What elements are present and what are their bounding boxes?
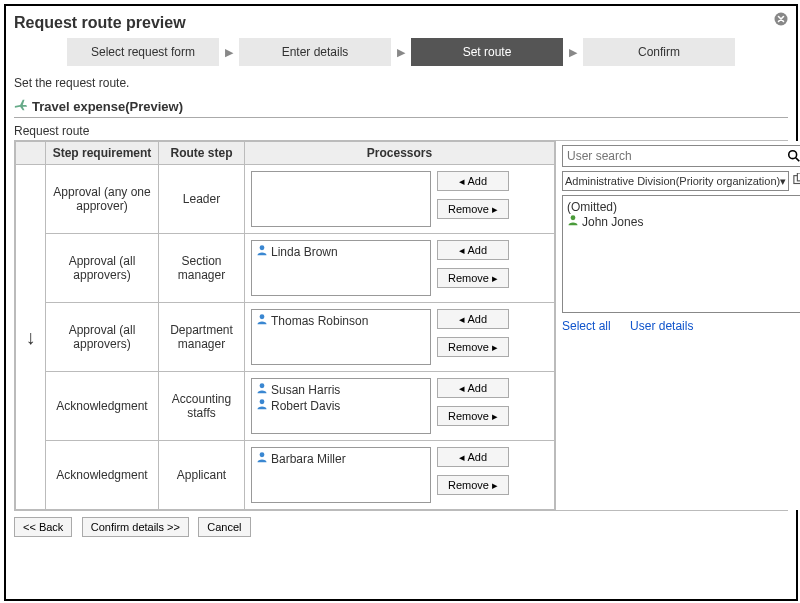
user-list-item[interactable]: John Jones xyxy=(567,214,800,230)
down-arrow-icon: ↓ xyxy=(26,326,36,348)
add-button[interactable]: ◂ Add xyxy=(437,378,509,398)
chevron-right-icon: ▶ xyxy=(219,46,239,59)
processor-box[interactable]: Barbara Miller xyxy=(251,447,431,503)
add-button[interactable]: ◂ Add xyxy=(437,447,509,467)
svg-point-10 xyxy=(571,215,576,220)
route-table: Step requirement Route step Processors ↓… xyxy=(15,141,555,510)
processor-box[interactable] xyxy=(251,171,431,227)
processors-cell: Susan HarrisRobert Davis◂ AddRemove ▸ xyxy=(245,372,555,441)
processor-box[interactable]: Susan HarrisRobert Davis xyxy=(251,378,431,434)
step-requirement: Acknowledgment xyxy=(46,441,159,510)
org-select[interactable]: Administrative Division(Priority organiz… xyxy=(562,171,789,191)
user-icon xyxy=(256,398,268,414)
step-requirement: Approval (any one approver) xyxy=(46,165,159,234)
cancel-button[interactable]: Cancel xyxy=(198,517,250,537)
table-row: AcknowledgmentAccounting staffsSusan Har… xyxy=(16,372,555,441)
add-button[interactable]: ◂ Add xyxy=(437,240,509,260)
chevron-right-icon: ▶ xyxy=(563,46,583,59)
processor-box[interactable]: Thomas Robinson xyxy=(251,309,431,365)
wizard-step[interactable]: Enter details xyxy=(239,38,391,66)
processor-name: Barbara Miller xyxy=(271,451,346,467)
plane-icon xyxy=(14,98,30,115)
instruction-text: Set the request route. xyxy=(14,76,788,90)
route-step-header: Route step xyxy=(159,142,245,165)
add-button[interactable]: ◂ Add xyxy=(437,309,509,329)
flow-arrow-cell: ↓ xyxy=(16,165,46,510)
processors-header: Processors xyxy=(245,142,555,165)
footer-buttons: << Back Confirm details >> Cancel xyxy=(14,517,788,537)
remove-button[interactable]: Remove ▸ xyxy=(437,406,509,426)
svg-point-3 xyxy=(260,383,265,388)
processor-entry[interactable]: Thomas Robinson xyxy=(256,313,426,329)
chevron-right-icon: ▶ xyxy=(391,46,411,59)
wizard-steps: Select request form▶Enter details▶Set ro… xyxy=(14,38,788,66)
processor-box[interactable]: Linda Brown xyxy=(251,240,431,296)
confirm-details-button[interactable]: Confirm details >> xyxy=(82,517,189,537)
route-step: Accounting staffs xyxy=(159,372,245,441)
svg-point-1 xyxy=(260,245,265,250)
user-icon xyxy=(256,313,268,329)
step-req-header: Step requirement xyxy=(46,142,159,165)
svg-point-5 xyxy=(260,452,265,457)
back-button[interactable]: << Back xyxy=(14,517,72,537)
search-icon[interactable] xyxy=(782,149,800,163)
step-requirement: Acknowledgment xyxy=(46,372,159,441)
processor-entry[interactable]: Susan Harris xyxy=(256,382,426,398)
processor-name: Linda Brown xyxy=(271,244,338,260)
add-button[interactable]: ◂ Add xyxy=(437,171,509,191)
svg-point-6 xyxy=(789,151,797,159)
processor-name: Thomas Robinson xyxy=(271,313,368,329)
org-select-label: Administrative Division(Priority organiz… xyxy=(565,175,780,187)
user-details-link[interactable]: User details xyxy=(630,319,693,333)
section-label: Request route xyxy=(14,124,788,138)
remove-button[interactable]: Remove ▸ xyxy=(437,199,509,219)
step-requirement: Approval (all approvers) xyxy=(46,303,159,372)
processor-name: Susan Harris xyxy=(271,382,340,398)
org-tree-icon[interactable] xyxy=(793,173,800,190)
remove-button[interactable]: Remove ▸ xyxy=(437,475,509,495)
processors-cell: Thomas Robinson◂ AddRemove ▸ xyxy=(245,303,555,372)
user-icon xyxy=(256,244,268,260)
table-row: AcknowledgmentApplicantBarbara Miller◂ A… xyxy=(16,441,555,510)
user-search-box[interactable] xyxy=(562,145,800,167)
omitted-label: (Omitted) xyxy=(567,200,800,214)
processors-cell: Linda Brown◂ AddRemove ▸ xyxy=(245,234,555,303)
preview-title: Travel expense(Preview) xyxy=(32,99,183,114)
user-icon xyxy=(256,451,268,467)
processor-entry[interactable]: Linda Brown xyxy=(256,244,426,260)
svg-line-7 xyxy=(796,158,800,162)
select-all-link[interactable]: Select all xyxy=(562,319,611,333)
user-list[interactable]: (Omitted) John Jones xyxy=(562,195,800,313)
route-step: Applicant xyxy=(159,441,245,510)
user-name: John Jones xyxy=(582,214,643,230)
user-icon xyxy=(567,214,579,230)
wizard-step[interactable]: Confirm xyxy=(583,38,735,66)
table-row: ↓Approval (any one approver)Leader◂ AddR… xyxy=(16,165,555,234)
processors-cell: ◂ AddRemove ▸ xyxy=(245,165,555,234)
svg-point-2 xyxy=(260,314,265,319)
route-step: Leader xyxy=(159,165,245,234)
user-icon xyxy=(256,382,268,398)
route-step: Section manager xyxy=(159,234,245,303)
wizard-step[interactable]: Set route xyxy=(411,38,563,66)
user-search-input[interactable] xyxy=(563,147,782,165)
preview-title-row: Travel expense(Preview) xyxy=(14,98,788,118)
table-row: Approval (all approvers)Section managerL… xyxy=(16,234,555,303)
dropdown-icon: ▾ xyxy=(780,175,786,188)
svg-point-4 xyxy=(260,399,265,404)
processor-entry[interactable]: Barbara Miller xyxy=(256,451,426,467)
step-requirement: Approval (all approvers) xyxy=(46,234,159,303)
table-row: Approval (all approvers)Department manag… xyxy=(16,303,555,372)
processor-name: Robert Davis xyxy=(271,398,340,414)
remove-button[interactable]: Remove ▸ xyxy=(437,337,509,357)
wizard-step[interactable]: Select request form xyxy=(67,38,219,66)
remove-button[interactable]: Remove ▸ xyxy=(437,268,509,288)
route-step: Department manager xyxy=(159,303,245,372)
side-panel: Administrative Division(Priority organiz… xyxy=(555,141,800,510)
page-title: Request route preview xyxy=(14,14,788,32)
processor-entry[interactable]: Robert Davis xyxy=(256,398,426,414)
processors-cell: Barbara Miller◂ AddRemove ▸ xyxy=(245,441,555,510)
flow-header xyxy=(16,142,46,165)
close-icon[interactable] xyxy=(774,12,788,29)
